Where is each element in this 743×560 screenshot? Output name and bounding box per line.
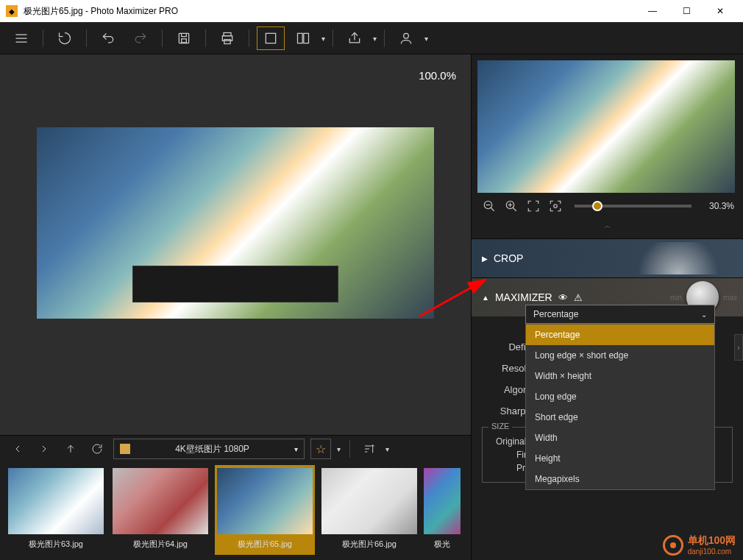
single-view-button[interactable] (257, 26, 285, 50)
dropdown-option[interactable]: Width (526, 428, 714, 448)
chevron-down-icon[interactable]: ▾ (321, 35, 325, 43)
dropdown-option[interactable]: Long edge × short edge (526, 345, 714, 366)
maximizer-panel-title: MAXIMIZER (495, 291, 552, 303)
up-folder-button[interactable] (60, 439, 81, 459)
canvas-area[interactable]: 100.0% (0, 54, 471, 435)
refresh-button[interactable] (87, 439, 107, 459)
crop-decoration (619, 242, 737, 274)
title-bar: ◆ 极光图片65.jpg - Photo Maximizer PRO — ☐ ✕ (0, 0, 743, 22)
watermark-url: danji100.com (688, 547, 736, 556)
reset-button[interactable] (51, 26, 79, 50)
zoom-out-button[interactable] (480, 197, 498, 215)
share-button[interactable] (341, 26, 369, 50)
collapse-navigator-button[interactable]: ︿ (477, 219, 737, 233)
watermark: 单机100网 danji100.com (663, 534, 736, 556)
triangle-right-icon: ▶ (482, 255, 488, 263)
watermark-logo-icon (663, 535, 683, 556)
svg-rect-6 (298, 33, 303, 43)
chevron-down-icon[interactable]: ▾ (373, 35, 377, 43)
thumbnail[interactable]: 极光 (424, 465, 461, 555)
dropdown-option[interactable]: Width × height (526, 366, 714, 386)
dropdown-option[interactable]: Long edge (526, 386, 714, 407)
window-title: 极光图片65.jpg - Photo Maximizer PRO (24, 5, 636, 18)
crop-panel-title: CROP (494, 252, 523, 264)
dropdown-option[interactable]: Percentage (526, 325, 714, 345)
svg-rect-5 (266, 33, 275, 43)
watermark-name: 单机100网 (688, 534, 736, 547)
dropdown-selected-label: Percentage (533, 309, 578, 319)
thumbnail-label: 极光 (434, 534, 450, 554)
dropdown-option[interactable]: Megapixels (526, 469, 714, 489)
svg-rect-1 (182, 39, 187, 43)
maximize-button[interactable]: ☐ (669, 0, 703, 22)
sort-button[interactable] (359, 439, 380, 459)
minimize-button[interactable]: — (636, 0, 669, 22)
prev-image-button[interactable] (7, 439, 28, 459)
zoom-label: 100.0% (419, 69, 456, 82)
thumbnail-label: 极光图片63.jpg (29, 534, 83, 554)
redo-button[interactable] (127, 26, 154, 50)
close-button[interactable]: ✕ (703, 0, 737, 22)
folder-name: 4K壁纸图片 1080P (136, 443, 288, 456)
app-logo-icon: ◆ (6, 5, 18, 17)
thumbnail[interactable]: 极光图片63.jpg (6, 465, 106, 555)
svg-rect-4 (224, 40, 230, 44)
chevron-down-icon[interactable]: ▾ (385, 445, 389, 453)
eye-icon[interactable]: 👁 (558, 292, 568, 303)
navigator-preview[interactable] (477, 60, 735, 193)
svg-point-11 (554, 205, 558, 208)
favorite-button[interactable]: ☆ (310, 439, 331, 459)
folder-path[interactable]: 4K壁纸图片 1080P ▾ (113, 439, 305, 459)
zoom-in-button[interactable] (502, 197, 520, 215)
dropdown-list: Percentage Long edge × short edge Width … (525, 324, 715, 490)
chevron-down-icon: ⌄ (701, 311, 707, 319)
thumbnail-label: 极光图片66.jpg (342, 534, 397, 554)
undo-button[interactable] (94, 26, 122, 50)
side-panel-handle[interactable]: › (734, 334, 743, 361)
monitor-silhouette (132, 266, 338, 302)
chevron-down-icon[interactable]: ▾ (337, 445, 341, 453)
dropdown-option[interactable]: Height (526, 448, 714, 469)
crop-panel-header[interactable]: ▶ CROP (472, 239, 743, 277)
slider-knob[interactable] (592, 201, 602, 211)
filmstrip: 4K壁纸图片 1080P ▾ ☆ ▾ ▾ 极光图片63.jpg 极光图片64.j… (0, 435, 471, 560)
svg-rect-0 (179, 33, 188, 43)
dropdown-option[interactable]: Short edge (526, 407, 714, 428)
zoom-fit-button[interactable] (525, 197, 542, 215)
split-view-button[interactable] (289, 26, 317, 50)
thumbnail[interactable]: 极光图片64.jpg (110, 465, 210, 555)
chevron-down-icon[interactable]: ▾ (424, 35, 428, 43)
main-toolbar: ▾ ▾ ▾ (0, 22, 743, 54)
dropdown-selected[interactable]: Percentage ⌄ (525, 305, 715, 324)
thumbnail-selected[interactable]: 极光图片65.jpg (215, 465, 315, 555)
chevron-down-icon: ▾ (294, 445, 298, 453)
svg-point-8 (404, 33, 409, 38)
user-button[interactable] (392, 26, 420, 50)
thumbnail-label: 极光图片64.jpg (133, 534, 188, 554)
print-button[interactable] (213, 26, 241, 50)
warning-icon[interactable]: ⚠ (574, 292, 583, 303)
size-legend: SIZE (488, 422, 512, 430)
nav-zoom-value: 30.3% (702, 201, 734, 211)
zoom-100-button[interactable] (547, 197, 564, 215)
triangle-down-icon: ▲ (482, 294, 489, 302)
zoom-slider[interactable] (575, 205, 692, 208)
save-button[interactable] (170, 26, 198, 50)
folder-icon (120, 444, 130, 454)
thumbnail[interactable]: 极光图片66.jpg (319, 465, 419, 555)
svg-rect-7 (304, 33, 309, 43)
define-dropdown: Percentage ⌄ Percentage Long edge × shor… (525, 305, 715, 490)
menu-button[interactable] (7, 26, 35, 50)
next-image-button[interactable] (34, 439, 54, 459)
thumbnail-label: 极光图片65.jpg (238, 534, 292, 554)
